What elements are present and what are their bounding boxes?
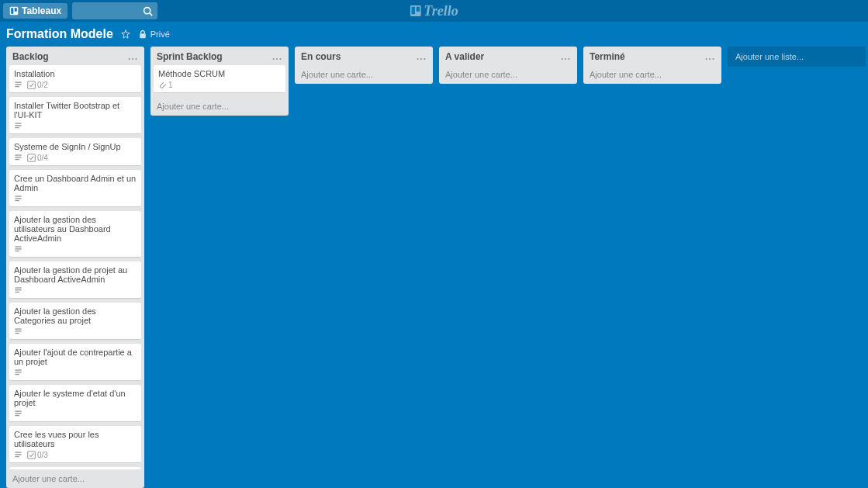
description-icon — [14, 245, 22, 254]
add-list-button[interactable]: Ajouter une liste... — [728, 47, 866, 67]
svg-rect-20 — [28, 154, 36, 162]
list-menu-button[interactable]: ... — [128, 51, 138, 62]
list: Backlog...Installation0/2Installer Twitt… — [6, 47, 144, 488]
list-title[interactable]: A valider — [445, 51, 484, 62]
boards-icon — [9, 6, 19, 16]
svg-marker-8 — [122, 30, 130, 39]
add-card-button[interactable]: Ajouter une carte... — [583, 65, 721, 84]
privacy-indicator[interactable]: Privé — [138, 29, 170, 39]
list-title[interactable]: Backlog — [12, 51, 49, 62]
checklist-badge: 0/2 — [27, 81, 48, 89]
trello-logo[interactable]: Trello — [410, 3, 458, 19]
card-title: Ajouter le systeme d'etat d'un projet — [14, 389, 137, 407]
card-title: Ajouter la gestion des utilisateurs au D… — [14, 215, 137, 243]
card-badges — [14, 286, 137, 295]
add-card-button[interactable]: Ajouter une carte... — [439, 65, 577, 84]
trello-logo-icon — [410, 5, 420, 16]
card-title: Cree les vues pour les utilisateurs — [14, 430, 137, 448]
card-title: Méthode SCRUM — [158, 69, 281, 78]
svg-rect-7 — [416, 7, 419, 12]
list-menu-button[interactable]: ... — [272, 51, 282, 62]
description-badge — [14, 195, 22, 203]
checklist-icon — [27, 154, 36, 162]
card-badges — [14, 245, 137, 254]
card-title: Cree un Dashboard Admin et un Admin — [14, 174, 137, 192]
boards-button[interactable]: Tableaux — [3, 3, 67, 19]
list-header: Backlog... — [6, 47, 144, 65]
search-input[interactable] — [72, 2, 157, 19]
card-badges: 1 — [158, 81, 281, 89]
description-icon — [14, 154, 22, 162]
description-badge — [14, 410, 22, 418]
list-title[interactable]: Sprint Backlog — [157, 51, 223, 62]
description-icon — [14, 122, 22, 130]
description-icon — [14, 81, 22, 89]
card[interactable]: Ajouter le systeme d'etat d'un projet — [9, 385, 141, 422]
description-icon — [14, 451, 22, 459]
svg-rect-42 — [28, 452, 36, 459]
card-badges — [14, 327, 137, 336]
card-badges: 0/3 — [14, 451, 137, 459]
card-title: Systeme de SignIn / SignUp — [14, 142, 137, 151]
boards-label: Tableaux — [22, 5, 61, 16]
card[interactable]: Cree les vues pour les utilisateurs0/3 — [9, 426, 141, 463]
attachment-icon — [158, 81, 167, 89]
cards-container: Méthode SCRUM1 — [150, 65, 289, 97]
list-header: Terminé... — [583, 47, 721, 65]
description-badge — [14, 154, 22, 162]
card[interactable]: Cree un Dashboard Admin et un Admin — [9, 170, 141, 207]
global-header: Tableaux Trello — [0, 0, 868, 22]
lock-icon — [138, 29, 147, 39]
description-icon — [14, 369, 22, 377]
add-card-button[interactable]: Ajouter une carte... — [295, 65, 433, 84]
card[interactable]: Ajouter la gestion des utilisateurs au D… — [9, 211, 141, 258]
list-title[interactable]: En cours — [301, 51, 341, 62]
checklist-count: 0/2 — [37, 81, 48, 89]
svg-rect-2 — [15, 8, 17, 12]
checklist-badge: 0/3 — [27, 451, 48, 459]
card[interactable]: Installation0/2 — [9, 65, 141, 93]
list-header: En cours... — [295, 47, 433, 65]
card[interactable]: Méthode SCRUM1 — [154, 65, 285, 93]
description-badge — [14, 451, 22, 459]
star-icon[interactable] — [121, 29, 130, 39]
card-badges: 0/4 — [14, 154, 137, 162]
svg-rect-9 — [140, 33, 146, 38]
search-icon — [143, 6, 153, 16]
list-header: Sprint Backlog... — [150, 47, 289, 65]
attachment-count: 1 — [168, 81, 173, 89]
board-canvas: Backlog...Installation0/2Installer Twitt… — [0, 47, 868, 488]
list: Sprint Backlog...Méthode SCRUM1Ajouter u… — [150, 47, 289, 116]
board-title[interactable]: Formation Modele — [6, 27, 113, 41]
list-title[interactable]: Terminé — [590, 51, 625, 62]
card[interactable]: Ajouter la gestion de projet au Dashboar… — [9, 261, 141, 299]
description-icon — [14, 286, 22, 295]
description-badge — [14, 327, 22, 336]
list-menu-button[interactable]: ... — [705, 51, 715, 62]
cards-container: Installation0/2Installer Twitter Bootstr… — [6, 65, 144, 469]
checklist-icon — [27, 81, 36, 89]
description-badge — [14, 81, 22, 89]
description-icon — [14, 327, 22, 336]
svg-rect-13 — [28, 81, 36, 89]
card[interactable]: Systeme de SignIn / SignUp0/4 — [9, 138, 141, 166]
checklist-badge: 0/4 — [27, 154, 48, 162]
privacy-label: Privé — [150, 29, 170, 39]
card[interactable]: Ajouter l'ajout de contrepartie a un pro… — [9, 344, 141, 381]
add-card-button[interactable]: Ajouter une carte... — [6, 469, 144, 488]
card-title: Ajouter la gestion des Categories au pro… — [14, 306, 137, 325]
list-header: A valider... — [439, 47, 577, 65]
list-menu-button[interactable]: ... — [417, 51, 427, 62]
card-badges — [14, 410, 137, 418]
svg-line-4 — [150, 12, 152, 15]
card-badges — [14, 122, 137, 130]
svg-point-3 — [144, 7, 150, 13]
list-menu-button[interactable]: ... — [561, 51, 571, 62]
card-badges: 0/2 — [14, 81, 137, 89]
add-card-button[interactable]: Ajouter une carte... — [150, 97, 289, 116]
card-title: Installer Twitter Bootstrap et l'UI-KIT — [14, 101, 137, 119]
description-badge — [14, 245, 22, 254]
card[interactable]: Ajouter la gestion des Categories au pro… — [9, 303, 141, 340]
card-badges — [14, 369, 137, 377]
card[interactable]: Installer Twitter Bootstrap et l'UI-KIT — [9, 97, 141, 134]
